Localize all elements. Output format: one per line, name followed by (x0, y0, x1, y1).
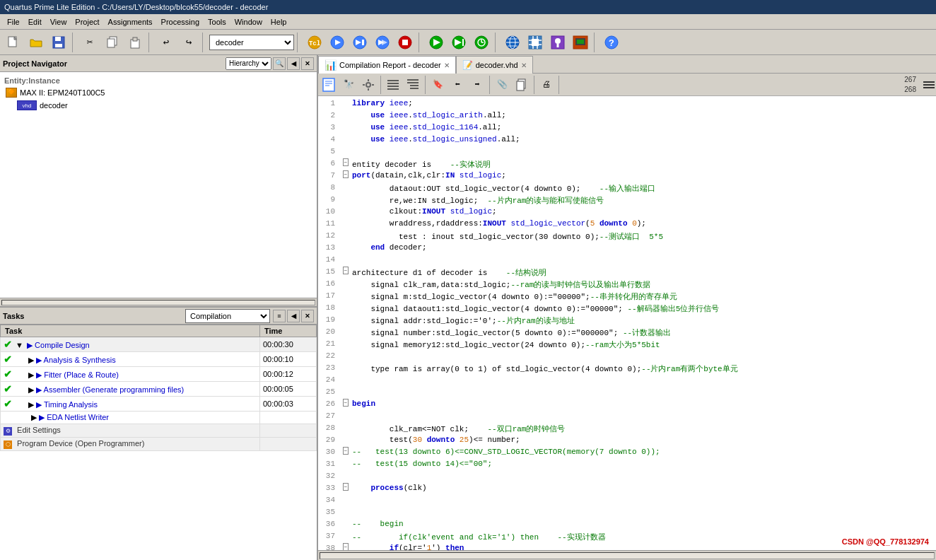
table-row: 19 signal addr:std_logic:='0';--片内ram的读与… (318, 315, 936, 327)
decoder-item[interactable]: vhd decoder (3, 99, 314, 112)
horizontal-scrollbar-track[interactable] (320, 552, 935, 559)
comp-tab-close[interactable]: ✕ (444, 62, 450, 69)
next-bookmark-btn[interactable]: ➡ (468, 76, 486, 94)
bookmark-btn[interactable]: 🔖 (428, 76, 447, 94)
search-button[interactable]: 🔍 (273, 57, 286, 70)
tasks-nav2[interactable]: ◀ (287, 310, 300, 322)
svg-text:?: ? (609, 38, 614, 49)
fold-marker[interactable]: − (339, 171, 352, 178)
expand-0[interactable]: ▼ (16, 341, 23, 349)
expand-5[interactable]: ▶ (17, 413, 37, 422)
scrollbar-track[interactable] (1, 300, 315, 305)
compilation-report-tab[interactable]: 📊 Compilation Report - decoder ✕ (318, 56, 456, 74)
expand-4[interactable]: ▶ (14, 400, 34, 409)
line-number: 26 (318, 399, 339, 408)
start-synthesis-button[interactable] (349, 33, 370, 52)
entity-combo[interactable]: decoder (209, 35, 294, 50)
redo-button[interactable]: ↪ (178, 33, 199, 52)
menu-help[interactable]: Help (267, 16, 291, 28)
table-row: 10 clkout:INOUT std_logic; (318, 207, 936, 219)
save-button[interactable] (48, 33, 69, 52)
cut-button[interactable]: ✂ (79, 33, 100, 52)
decoder-label: decoder (40, 101, 68, 110)
expand-1[interactable]: ▶ (14, 356, 34, 365)
nav-btn1[interactable]: ◀ (287, 57, 300, 70)
task-name-5[interactable]: EDA Netlist Writer (47, 413, 109, 421)
bottom-scrollbar[interactable] (318, 550, 936, 560)
new-button[interactable] (3, 33, 24, 52)
editor-sep-5 (558, 76, 559, 94)
fold-marker[interactable]: − (339, 544, 352, 550)
svg-rect-49 (577, 40, 584, 44)
run-icon-4[interactable]: ▶ (36, 400, 42, 409)
open-button[interactable] (25, 33, 47, 52)
menu-assignments[interactable]: Assignments (104, 16, 157, 28)
globe-button[interactable] (502, 33, 523, 52)
project-navigator-content: Entity:Instance 🔶 MAX II: EPM240T100C5 v… (0, 72, 317, 298)
expand-all-btn[interactable] (404, 76, 422, 94)
run-icon-3[interactable]: ▶ (36, 385, 42, 394)
code-editor[interactable]: 1library ieee;2 use ieee.std_logic_arith… (318, 96, 936, 550)
expand-3[interactable]: ▶ (14, 385, 34, 395)
compile-button[interactable] (426, 33, 447, 52)
prev-bookmark-btn[interactable]: ⬅ (448, 76, 467, 94)
chip-item[interactable]: 🔶 MAX II: EPM240T100C5 (3, 86, 314, 99)
stop-button[interactable] (394, 33, 416, 52)
run-icon-2[interactable]: ▶ (36, 371, 42, 379)
project-navigator-scrollbar[interactable] (0, 298, 317, 306)
task-name-3[interactable]: Assembler (Generate programming files) (44, 385, 185, 394)
menu-view[interactable]: View (46, 16, 71, 28)
compilation-dropdown[interactable]: Compilation (185, 309, 270, 323)
collapse-all-btn[interactable] (384, 76, 402, 94)
start-analysis-button[interactable] (327, 33, 348, 52)
run-icon-0[interactable]: ▶ (27, 341, 33, 349)
tasks-close[interactable]: ✕ (301, 310, 314, 322)
task-name-6[interactable]: Edit Settings (17, 426, 61, 434)
toolbar-btn-2[interactable]: 🔭 (339, 76, 358, 94)
copy-button[interactable] (102, 33, 123, 52)
copy-report-btn[interactable] (513, 76, 531, 94)
menu-file[interactable]: File (3, 16, 24, 28)
fold-marker[interactable]: − (339, 484, 352, 491)
start-fitter-button[interactable] (372, 33, 393, 52)
run-icon-5[interactable]: ▶ (39, 413, 45, 421)
task-name-2[interactable]: Fitter (Place & Route) (44, 371, 119, 379)
pin-planner-button[interactable] (547, 33, 568, 52)
menu-edit[interactable]: Edit (24, 16, 46, 28)
menu-processing[interactable]: Processing (157, 16, 204, 28)
decoder-vhd-tab[interactable]: 📝 decoder.vhd ✕ (456, 56, 533, 74)
paste-button[interactable] (124, 33, 146, 52)
menu-window[interactable]: Window (230, 16, 267, 28)
tcl-script-button[interactable]: Tcl (304, 33, 325, 52)
simulation-button[interactable] (448, 33, 469, 52)
print-btn[interactable]: 🖨 (537, 76, 556, 94)
fold-marker[interactable]: − (339, 399, 352, 407)
fold-marker[interactable]: − (339, 267, 352, 274)
tasks-nav1[interactable]: ≡ (273, 310, 286, 322)
task-name-4[interactable]: Timing Analysis (44, 400, 98, 409)
chip-planner-button[interactable] (525, 33, 546, 52)
nav-btn2[interactable]: ✕ (301, 57, 314, 70)
toolbar-btn-1[interactable] (320, 76, 338, 94)
menu-tools[interactable]: Tools (204, 16, 230, 28)
menu-project[interactable]: Project (71, 16, 103, 28)
run-icon-1[interactable]: ▶ (36, 356, 42, 364)
line-number: 31 (318, 460, 339, 468)
task-name-0[interactable]: Compile Design (35, 341, 90, 349)
line-number: 17 (318, 291, 339, 300)
table-row: 31-- test(15 downto 14)<="00"; (318, 460, 936, 472)
undo-button[interactable]: ↩ (156, 33, 177, 52)
fold-marker[interactable]: − (339, 159, 352, 166)
programmer-button[interactable] (570, 33, 591, 52)
decoder-tab-close[interactable]: ✕ (521, 62, 527, 69)
attach-btn[interactable]: 📎 (493, 76, 511, 94)
toolbar-btn-3[interactable] (359, 76, 378, 94)
task-name-7[interactable]: Program Device (Open Programmer) (17, 439, 144, 448)
timing-button[interactable] (471, 33, 492, 52)
task-name-1[interactable]: Analysis & Synthesis (44, 356, 116, 364)
table-row: 15−architecture d1 of decoder is --结构说明 (318, 267, 936, 279)
expand-2[interactable]: ▶ (14, 371, 34, 380)
help-button[interactable]: ? (601, 33, 622, 52)
hierarchy-dropdown[interactable]: Hierarchy (226, 57, 271, 70)
fold-marker[interactable]: − (339, 448, 352, 455)
